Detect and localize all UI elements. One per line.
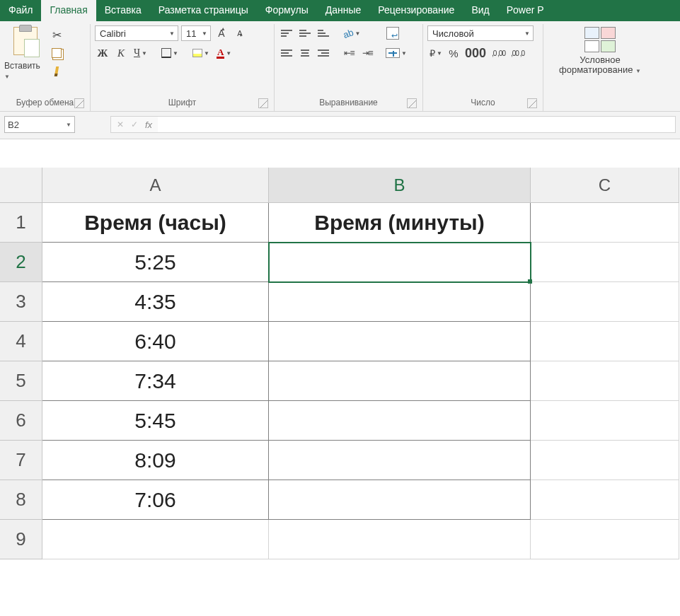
merge-center-button[interactable]: ▼ (382, 45, 410, 61)
tab-powerpivot[interactable]: Power P (498, 0, 553, 21)
clipboard-launcher[interactable] (74, 98, 84, 108)
row-header-6[interactable]: 6 (0, 401, 42, 441)
conditional-formatting-button[interactable]: Условноеформатирование ▼ (558, 25, 642, 76)
thousands-icon: 000 (465, 46, 486, 61)
group-number: Числовой▼ ₽▼ % 000 ,0 ,00 ,00 ,0 Число (423, 24, 543, 111)
col-header-C[interactable]: C (531, 168, 679, 203)
cell-B2[interactable] (269, 243, 531, 282)
cell-C5[interactable] (531, 361, 679, 401)
copy-button[interactable] (50, 47, 64, 59)
cell-A5[interactable]: 7:34 (42, 361, 269, 401)
underline-button[interactable]: Ч▼ (132, 45, 149, 61)
ribbon: Вставить ▼ ✂ Буфер обмена Calibri▼ 11▼ A… (0, 21, 680, 112)
row-header-9[interactable]: 9 (0, 520, 42, 559)
cell-C3[interactable] (531, 282, 679, 322)
paste-icon[interactable] (13, 27, 38, 55)
alignment-launcher[interactable] (407, 98, 417, 108)
cell-B7[interactable] (269, 441, 531, 480)
cell-C9[interactable] (531, 520, 679, 559)
cell-B8[interactable] (269, 480, 531, 520)
cell-C6[interactable] (531, 401, 679, 441)
align-right-button[interactable] (316, 45, 331, 61)
align-top-icon (281, 30, 292, 37)
cell-B1[interactable]: Время (минуты) (269, 203, 531, 243)
insert-function-button[interactable]: fx (145, 120, 152, 130)
cell-C8[interactable] (531, 480, 679, 520)
col-header-B[interactable]: B (269, 168, 531, 203)
cell-C7[interactable] (531, 441, 679, 480)
name-box[interactable]: B2▼ (4, 116, 75, 133)
tab-data[interactable]: Данные (317, 0, 370, 21)
tab-review[interactable]: Рецензирование (369, 0, 463, 21)
currency-button[interactable]: ₽▼ (427, 45, 444, 61)
formula-input[interactable] (158, 116, 676, 133)
row-header-4[interactable]: 4 (0, 322, 42, 361)
tab-insert[interactable]: Вставка (96, 0, 150, 21)
font-launcher[interactable] (258, 98, 268, 108)
bold-button[interactable]: Ж (95, 45, 110, 61)
row-header-2[interactable]: 2 (0, 243, 42, 282)
increase-font-button[interactable]: A (214, 25, 229, 41)
wrap-text-button[interactable] (382, 25, 403, 41)
row-header-8[interactable]: 8 (0, 480, 42, 520)
tab-view[interactable]: Вид (463, 0, 497, 21)
cell-B3[interactable] (269, 282, 531, 322)
cell-A1[interactable]: Время (часы) (42, 203, 269, 243)
cell-A3[interactable]: 4:35 (42, 282, 269, 322)
cell-C1[interactable] (531, 203, 679, 243)
format-painter-button[interactable] (50, 65, 64, 78)
increase-decimal-button[interactable]: ,0 ,00 (490, 45, 507, 61)
cell-C2[interactable] (531, 243, 679, 282)
align-bottom-button[interactable] (316, 25, 331, 41)
cell-A2[interactable]: 5:25 (42, 243, 269, 282)
row-header-1[interactable]: 1 (0, 203, 42, 243)
cell-A7[interactable]: 8:09 (42, 441, 269, 480)
font-size-combo[interactable]: 11▼ (181, 25, 211, 41)
font-name-combo[interactable]: Calibri▼ (95, 25, 178, 41)
group-styles: Условноеформатирование ▼ (543, 24, 657, 111)
orientation-button[interactable]: ab▼ (341, 25, 362, 41)
cell-A8[interactable]: 7:06 (42, 480, 269, 520)
increase-indent-button[interactable]: ⇥≡ (359, 45, 375, 61)
row-header-5[interactable]: 5 (0, 361, 42, 401)
align-middle-button[interactable] (297, 25, 313, 41)
font-color-icon: А (217, 48, 224, 59)
decrease-indent-button[interactable]: ⇤≡ (341, 45, 357, 61)
select-all-corner[interactable] (0, 168, 42, 203)
tab-formulas[interactable]: Формулы (257, 0, 317, 21)
font-color-button[interactable]: А▼ (214, 45, 234, 61)
comma-style-button[interactable]: 000 (463, 45, 488, 61)
align-middle-icon (299, 30, 311, 37)
cell-A6[interactable]: 5:45 (42, 401, 269, 441)
cancel-formula-button[interactable]: ✕ (117, 120, 124, 129)
cell-A4[interactable]: 6:40 (42, 322, 269, 361)
tab-file[interactable]: Файл (0, 0, 41, 21)
enter-formula-button[interactable]: ✓ (131, 120, 138, 129)
align-right-icon (318, 50, 329, 57)
currency-icon: ₽ (430, 48, 435, 59)
decrease-decimal-button[interactable]: ,00 ,0 (509, 45, 526, 61)
cell-B9[interactable] (269, 520, 531, 559)
cell-A9[interactable] (42, 520, 269, 559)
number-format-combo[interactable]: Числовой▼ (427, 25, 534, 41)
number-launcher[interactable] (527, 98, 537, 108)
tab-page-layout[interactable]: Разметка страницы (150, 0, 257, 21)
border-button[interactable]: ▼ (159, 45, 180, 61)
fill-color-button[interactable]: ▼ (190, 45, 212, 61)
row-header-3[interactable]: 3 (0, 282, 42, 322)
italic-button[interactable]: К (113, 45, 129, 61)
tab-home[interactable]: Главная (41, 0, 96, 21)
cell-B5[interactable] (269, 361, 531, 401)
decrease-font-button[interactable]: A (232, 25, 248, 41)
cell-C4[interactable] (531, 322, 679, 361)
cell-B4[interactable] (269, 322, 531, 361)
align-top-button[interactable] (279, 25, 294, 41)
paste-button[interactable]: Вставить ▼ (4, 61, 47, 81)
col-header-A[interactable]: A (42, 168, 269, 203)
align-left-button[interactable] (279, 45, 294, 61)
cut-button[interactable]: ✂ (50, 28, 64, 41)
align-center-button[interactable] (297, 45, 313, 61)
percent-button[interactable]: % (446, 45, 461, 61)
cell-B6[interactable] (269, 401, 531, 441)
row-header-7[interactable]: 7 (0, 441, 42, 480)
